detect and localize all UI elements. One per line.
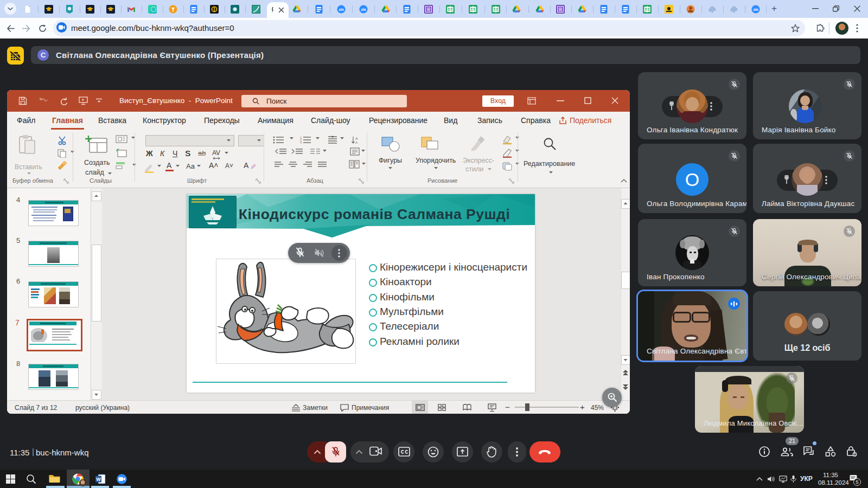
svg-text:W: W [96,477,101,482]
svg-text:zm: zm [361,8,366,11]
svg-text:3: 3 [300,142,302,144]
svg-text:zm: zm [753,8,758,11]
svg-text:zm: zm [339,8,343,11]
svg-text:А: А [355,141,358,144]
svg-text:Я: Я [355,137,358,140]
